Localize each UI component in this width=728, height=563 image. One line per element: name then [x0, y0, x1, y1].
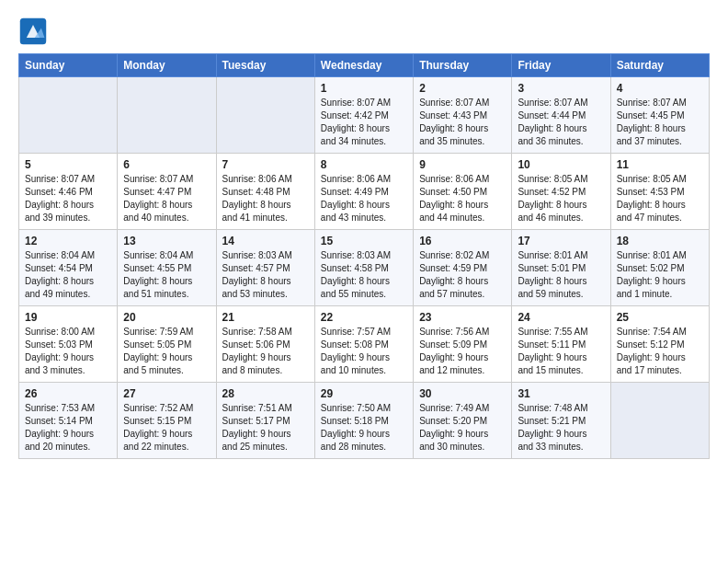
- day-info: Sunrise: 8:07 AM Sunset: 4:47 PM Dayligh…: [123, 173, 210, 224]
- day-info: Sunrise: 7:58 AM Sunset: 5:06 PM Dayligh…: [222, 326, 309, 377]
- calendar-cell: [118, 77, 216, 154]
- calendar-cell: 5Sunrise: 8:07 AM Sunset: 4:46 PM Daylig…: [19, 154, 118, 230]
- day-number: 16: [419, 235, 506, 247]
- day-info: Sunrise: 8:05 AM Sunset: 4:53 PM Dayligh…: [617, 173, 703, 224]
- day-header-thursday: Thursday: [414, 54, 512, 77]
- day-info: Sunrise: 7:55 AM Sunset: 5:11 PM Dayligh…: [518, 326, 604, 377]
- calendar-cell: 15Sunrise: 8:03 AM Sunset: 4:58 PM Dayli…: [314, 230, 413, 306]
- day-number: 19: [25, 311, 111, 324]
- week-row-4: 19Sunrise: 8:00 AM Sunset: 5:03 PM Dayli…: [19, 306, 710, 383]
- day-number: 15: [321, 235, 407, 247]
- calendar-cell: [216, 77, 314, 154]
- calendar-cell: 24Sunrise: 7:55 AM Sunset: 5:11 PM Dayli…: [512, 306, 610, 383]
- day-number: 13: [123, 235, 210, 247]
- day-info: Sunrise: 7:54 AM Sunset: 5:12 PM Dayligh…: [617, 326, 703, 377]
- calendar-cell: 1Sunrise: 8:07 AM Sunset: 4:42 PM Daylig…: [314, 77, 413, 154]
- day-info: Sunrise: 8:07 AM Sunset: 4:42 PM Dayligh…: [321, 97, 407, 148]
- day-number: 30: [419, 387, 506, 400]
- day-number: 3: [518, 82, 604, 95]
- calendar-cell: 19Sunrise: 8:00 AM Sunset: 5:03 PM Dayli…: [19, 306, 118, 383]
- day-number: 27: [123, 387, 210, 400]
- day-info: Sunrise: 7:57 AM Sunset: 5:08 PM Dayligh…: [321, 326, 407, 377]
- day-info: Sunrise: 8:03 AM Sunset: 4:57 PM Dayligh…: [222, 249, 309, 301]
- header: [18, 17, 710, 46]
- day-info: Sunrise: 8:03 AM Sunset: 4:58 PM Dayligh…: [321, 249, 407, 301]
- day-header-monday: Monday: [118, 54, 216, 77]
- day-number: 12: [25, 235, 111, 247]
- day-number: 8: [321, 158, 407, 171]
- calendar-cell: 8Sunrise: 8:06 AM Sunset: 4:49 PM Daylig…: [314, 154, 413, 230]
- calendar-cell: 30Sunrise: 7:49 AM Sunset: 5:20 PM Dayli…: [414, 383, 512, 459]
- day-number: 14: [222, 235, 309, 247]
- calendar-cell: 17Sunrise: 8:01 AM Sunset: 5:01 PM Dayli…: [512, 230, 610, 306]
- calendar-cell: 21Sunrise: 7:58 AM Sunset: 5:06 PM Dayli…: [216, 306, 314, 383]
- day-number: 7: [222, 158, 309, 171]
- calendar-cell: 26Sunrise: 7:53 AM Sunset: 5:14 PM Dayli…: [19, 383, 118, 459]
- calendar-cell: 27Sunrise: 7:52 AM Sunset: 5:15 PM Dayli…: [118, 383, 216, 459]
- day-info: Sunrise: 7:52 AM Sunset: 5:15 PM Dayligh…: [123, 402, 210, 454]
- day-info: Sunrise: 8:06 AM Sunset: 4:49 PM Dayligh…: [321, 173, 407, 224]
- logo: [18, 17, 51, 46]
- day-info: Sunrise: 8:02 AM Sunset: 4:59 PM Dayligh…: [419, 249, 506, 301]
- calendar-cell: 20Sunrise: 7:59 AM Sunset: 5:05 PM Dayli…: [118, 306, 216, 383]
- day-number: 5: [25, 158, 111, 171]
- calendar-table: SundayMondayTuesdayWednesdayThursdayFrid…: [18, 53, 710, 459]
- day-number: 24: [518, 311, 604, 324]
- day-info: Sunrise: 8:07 AM Sunset: 4:46 PM Dayligh…: [25, 173, 111, 224]
- day-info: Sunrise: 8:01 AM Sunset: 5:02 PM Dayligh…: [617, 249, 703, 301]
- day-header-friday: Friday: [512, 54, 610, 77]
- calendar-cell: 3Sunrise: 8:07 AM Sunset: 4:44 PM Daylig…: [512, 77, 610, 154]
- day-number: 11: [617, 158, 703, 171]
- week-row-3: 12Sunrise: 8:04 AM Sunset: 4:54 PM Dayli…: [19, 230, 710, 306]
- calendar-cell: [19, 77, 118, 154]
- calendar-cell: 12Sunrise: 8:04 AM Sunset: 4:54 PM Dayli…: [19, 230, 118, 306]
- day-info: Sunrise: 8:07 AM Sunset: 4:43 PM Dayligh…: [419, 97, 506, 148]
- day-number: 6: [123, 158, 210, 171]
- calendar-cell: 2Sunrise: 8:07 AM Sunset: 4:43 PM Daylig…: [414, 77, 512, 154]
- day-info: Sunrise: 7:59 AM Sunset: 5:05 PM Dayligh…: [123, 326, 210, 377]
- day-header-wednesday: Wednesday: [314, 54, 413, 77]
- calendar-cell: 11Sunrise: 8:05 AM Sunset: 4:53 PM Dayli…: [610, 154, 709, 230]
- day-number: 29: [321, 387, 407, 400]
- day-number: 2: [419, 82, 506, 95]
- day-number: 1: [321, 82, 407, 95]
- calendar-cell: 6Sunrise: 8:07 AM Sunset: 4:47 PM Daylig…: [118, 154, 216, 230]
- day-info: Sunrise: 7:56 AM Sunset: 5:09 PM Dayligh…: [419, 326, 506, 377]
- day-info: Sunrise: 8:01 AM Sunset: 5:01 PM Dayligh…: [518, 249, 604, 301]
- day-number: 22: [321, 311, 407, 324]
- day-number: 9: [419, 158, 506, 171]
- day-number: 18: [617, 235, 703, 247]
- day-number: 17: [518, 235, 604, 247]
- day-number: 23: [419, 311, 506, 324]
- calendar-cell: 9Sunrise: 8:06 AM Sunset: 4:50 PM Daylig…: [414, 154, 512, 230]
- week-row-1: 1Sunrise: 8:07 AM Sunset: 4:42 PM Daylig…: [19, 77, 710, 154]
- day-info: Sunrise: 7:53 AM Sunset: 5:14 PM Dayligh…: [25, 402, 111, 454]
- day-info: Sunrise: 8:04 AM Sunset: 4:55 PM Dayligh…: [123, 249, 210, 301]
- day-number: 31: [518, 387, 604, 400]
- calendar-cell: 14Sunrise: 8:03 AM Sunset: 4:57 PM Dayli…: [216, 230, 314, 306]
- logo-icon: [18, 17, 48, 46]
- day-header-sunday: Sunday: [19, 54, 118, 77]
- day-number: 25: [617, 311, 703, 324]
- week-row-5: 26Sunrise: 7:53 AM Sunset: 5:14 PM Dayli…: [19, 383, 710, 459]
- calendar-cell: 22Sunrise: 7:57 AM Sunset: 5:08 PM Dayli…: [314, 306, 413, 383]
- day-header-tuesday: Tuesday: [216, 54, 314, 77]
- calendar-page: SundayMondayTuesdayWednesdayThursdayFrid…: [0, 0, 728, 472]
- day-info: Sunrise: 8:06 AM Sunset: 4:50 PM Dayligh…: [419, 173, 506, 224]
- day-info: Sunrise: 8:05 AM Sunset: 4:52 PM Dayligh…: [518, 173, 604, 224]
- calendar-cell: 31Sunrise: 7:48 AM Sunset: 5:21 PM Dayli…: [512, 383, 610, 459]
- day-info: Sunrise: 8:07 AM Sunset: 4:45 PM Dayligh…: [617, 97, 703, 148]
- day-info: Sunrise: 7:50 AM Sunset: 5:18 PM Dayligh…: [321, 402, 407, 454]
- day-info: Sunrise: 8:00 AM Sunset: 5:03 PM Dayligh…: [25, 326, 111, 377]
- calendar-cell: 16Sunrise: 8:02 AM Sunset: 4:59 PM Dayli…: [414, 230, 512, 306]
- calendar-cell: [610, 383, 709, 459]
- calendar-cell: 25Sunrise: 7:54 AM Sunset: 5:12 PM Dayli…: [610, 306, 709, 383]
- day-number: 21: [222, 311, 309, 324]
- day-info: Sunrise: 8:04 AM Sunset: 4:54 PM Dayligh…: [25, 249, 111, 301]
- calendar-cell: 4Sunrise: 8:07 AM Sunset: 4:45 PM Daylig…: [610, 77, 709, 154]
- day-number: 28: [222, 387, 309, 400]
- day-info: Sunrise: 8:07 AM Sunset: 4:44 PM Dayligh…: [518, 97, 604, 148]
- week-row-2: 5Sunrise: 8:07 AM Sunset: 4:46 PM Daylig…: [19, 154, 710, 230]
- calendar-cell: 7Sunrise: 8:06 AM Sunset: 4:48 PM Daylig…: [216, 154, 314, 230]
- day-info: Sunrise: 7:48 AM Sunset: 5:21 PM Dayligh…: [518, 402, 604, 454]
